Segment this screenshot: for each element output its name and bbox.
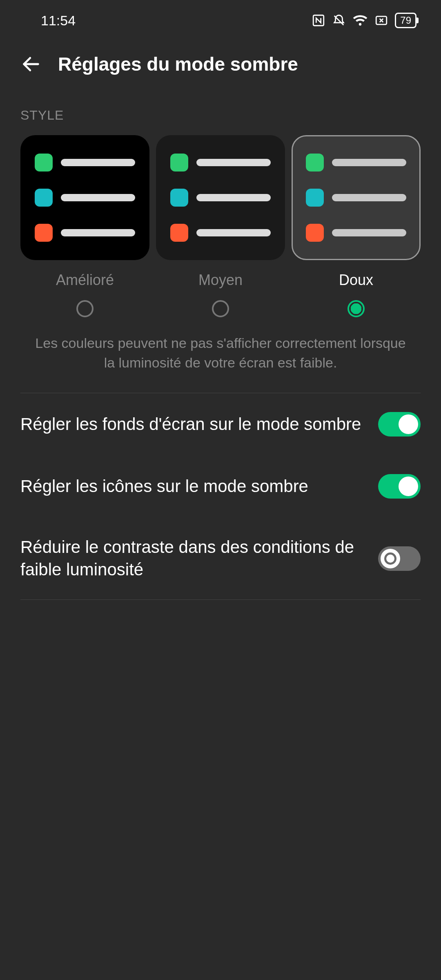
style-option-enhanced[interactable] [20,135,149,260]
page-title: Réglages du mode sombre [58,53,298,75]
setting-label: Régler les icônes sur le mode sombre [20,475,366,498]
section-label-style: STYLE [0,91,441,135]
data-off-icon [374,13,388,27]
style-options [0,135,441,260]
page-header: Réglages du mode sombre [0,41,441,91]
toggle-wallpaper-dark[interactable] [378,412,421,437]
radio-enhanced[interactable] [76,300,94,317]
setting-label: Réduire le contraste dans des conditions… [20,536,366,581]
status-bar: 11:54 79 [0,0,441,41]
battery-percent: 79 [400,15,411,26]
mute-icon [332,13,346,27]
radio-medium[interactable] [212,300,229,317]
status-time: 11:54 [41,13,76,29]
style-label-soft: Doux [292,272,421,289]
back-button[interactable] [20,53,42,75]
style-radios [0,289,441,317]
setting-wallpaper-dark[interactable]: Régler les fonds d'écran sur le mode som… [0,393,441,455]
radio-soft[interactable] [347,300,365,317]
setting-icons-dark[interactable]: Régler les icônes sur le mode sombre [0,455,441,517]
style-label-enhanced: Amélioré [20,272,149,289]
toggle-reduce-contrast[interactable] [378,546,421,571]
style-option-medium[interactable] [156,135,285,260]
setting-reduce-contrast[interactable]: Réduire le contraste dans des conditions… [0,517,441,599]
style-hint: Les couleurs peuvent ne pas s'afficher c… [0,317,441,393]
toggle-icons-dark[interactable] [378,474,421,499]
battery-icon: 79 [395,13,416,28]
status-icons: 79 [312,13,416,28]
style-option-soft[interactable] [292,135,421,260]
wifi-icon [352,13,368,27]
setting-label: Régler les fonds d'écran sur le mode som… [20,413,366,436]
style-label-medium: Moyen [156,272,285,289]
nfc-icon [312,13,325,27]
style-labels: Amélioré Moyen Doux [0,260,441,289]
divider [20,599,421,600]
